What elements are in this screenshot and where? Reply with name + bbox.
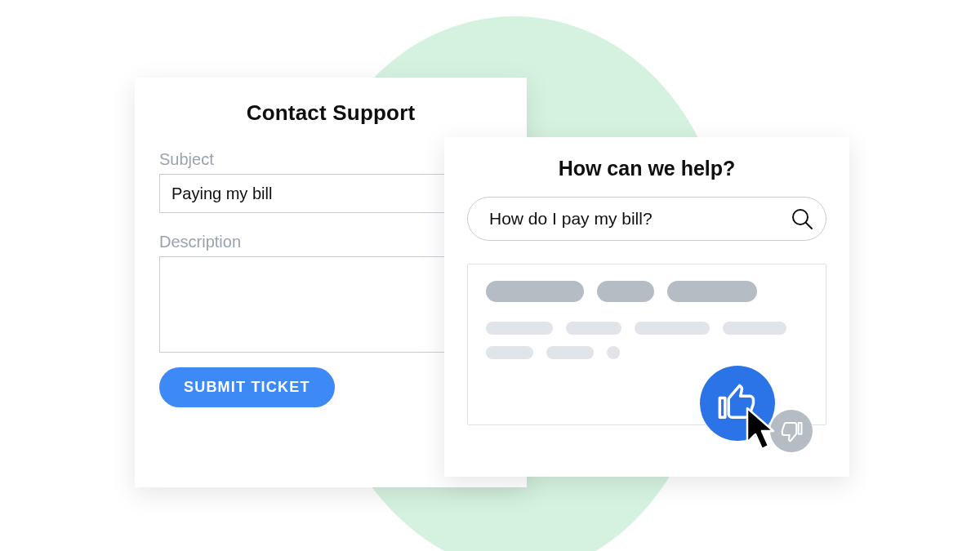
skeleton-row (486, 281, 808, 302)
thumbs-down-icon (779, 419, 804, 443)
help-title: How can we help? (467, 157, 826, 180)
thumbs-up-icon (716, 382, 759, 424)
skeleton-pill (635, 322, 710, 335)
submit-ticket-button[interactable]: SUBMIT TICKET (159, 367, 335, 407)
skeleton-pill (723, 322, 786, 335)
skeleton-pill (667, 281, 757, 302)
search-icon (791, 207, 813, 230)
skeleton-pill (486, 281, 584, 302)
feedback-buttons (700, 366, 831, 455)
help-card: How can we help? (444, 137, 849, 477)
skeleton-row (486, 322, 808, 335)
skeleton-pill (486, 346, 533, 359)
skeleton-dot (607, 346, 620, 359)
skeleton-pill (486, 322, 553, 335)
search-wrapper (467, 197, 826, 241)
search-button[interactable] (791, 207, 815, 231)
skeleton-pill (546, 346, 594, 359)
skeleton-pill (566, 322, 621, 335)
thumbs-down-button[interactable] (770, 410, 813, 452)
result-skeleton-box (467, 264, 826, 425)
skeleton-pill (597, 281, 654, 302)
thumbs-up-button[interactable] (700, 366, 775, 441)
contact-title: Contact Support (159, 100, 502, 126)
skeleton-row (486, 346, 808, 359)
search-input[interactable] (467, 197, 826, 241)
svg-line-1 (806, 223, 812, 229)
